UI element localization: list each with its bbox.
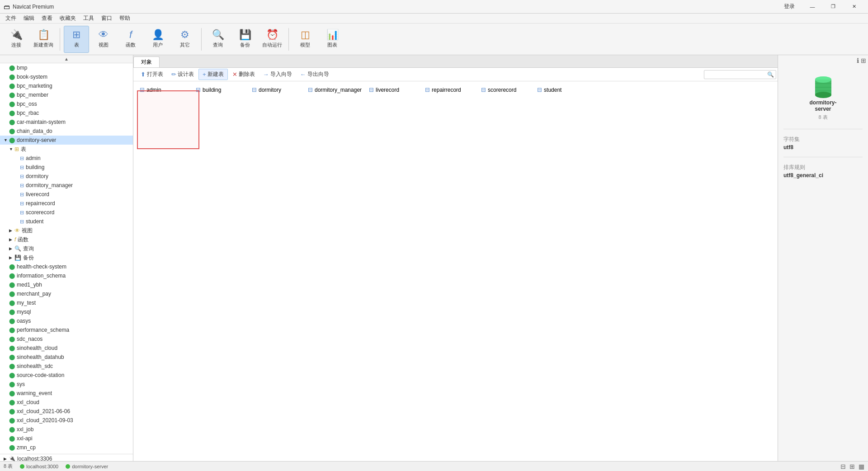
sidebar-item-oasys[interactable]: ⬤ oasys [0, 316, 133, 325]
btn-chart[interactable]: 📊 图表 [320, 26, 345, 53]
sidebar-item-chain_data_do[interactable]: ⬤ chain_data_do [0, 127, 133, 136]
info-icon[interactable]: ℹ [857, 57, 859, 64]
sidebar-item-information_schema[interactable]: ⬤ information_schema [0, 271, 133, 280]
sidebar-item-sinohealth_cloud[interactable]: ⬤ sinohealth_cloud [0, 344, 133, 353]
table-item-student[interactable]: ⊟ student [534, 85, 589, 94]
sidebar-item-funcs[interactable]: ▶ f 函数 [0, 235, 133, 244]
sidebar-item-xxl_cloud_2021[interactable]: ⬤ xxl_cloud_2021-06-06 [0, 407, 133, 416]
table-item-dormitory[interactable]: ⊟ dormitory [249, 85, 303, 94]
sidebar-item-tbl-repairrecord[interactable]: ⊟ repairrecord [0, 199, 133, 208]
minimize-btn[interactable]: — [802, 0, 823, 14]
close-btn[interactable]: ✕ [844, 0, 864, 14]
sidebar-scroll-up[interactable]: ▲ [0, 55, 133, 63]
sidebar-label-funcs: 函数 [18, 236, 28, 244]
sidebar-item-bpc_oss[interactable]: ⬤ bpc_oss [0, 99, 133, 108]
btn-connect[interactable]: 🔌 连接 [4, 26, 29, 53]
table-item-dormitory_manager[interactable]: ⊟ dormitory_manager [305, 85, 364, 94]
btn-view[interactable]: 👁 视图 [91, 26, 116, 53]
sidebar-item-tbl-admin[interactable]: ⊟ admin [0, 154, 133, 163]
btn-new-table[interactable]: + 新建表 [198, 69, 228, 80]
btn-table[interactable]: ⊞ 表 [64, 26, 89, 53]
sidebar-item-tbl-liverecord[interactable]: ⊟ liverecord [0, 190, 133, 199]
btn-export[interactable]: ← 导出向导 [297, 69, 333, 80]
menu-tools[interactable]: 工具 [80, 14, 98, 23]
sidebar-item-health-check[interactable]: ⬤ health-check-system [0, 262, 133, 271]
sidebar-item-dormitory-server[interactable]: ▼ ⬤ dormitory-server [0, 136, 133, 145]
app-icon: 🗃 [4, 3, 10, 10]
status-conn1[interactable]: localhost:3000 [20, 464, 58, 469]
backup-icon: 💾 [239, 30, 251, 40]
sidebar-label: sinohealth_sdc [17, 363, 53, 369]
btn-design-table[interactable]: ✏ 设计表 [168, 69, 198, 80]
status-conn2[interactable]: dormitory-server [66, 464, 108, 469]
sidebar-item-sdc_nacos[interactable]: ⬤ sdc_nacos [0, 334, 133, 344]
sidebar-item-performance_schema[interactable]: ⬤ performance_schema [0, 325, 133, 334]
sidebar-item-tbl-dormitory[interactable]: ⊟ dormitory [0, 172, 133, 181]
sidebar-item-bpc_rbac[interactable]: ⬤ bpc_rbac [0, 108, 133, 118]
sidebar-item-warning_event[interactable]: ⬤ warning_event [0, 389, 133, 398]
menu-help[interactable]: 帮助 [116, 14, 134, 23]
sidebar-item-localhost-3306[interactable]: ▶ 🔌 localhost:3306 [0, 454, 133, 461]
sidebar-item-tbl-building[interactable]: ⊟ building [0, 163, 133, 172]
sidebar-item-source-code-station[interactable]: ⬤ source-code-station [0, 371, 133, 380]
menu-file[interactable]: 文件 [2, 14, 20, 23]
table-icon-dormitory: ⊟ [20, 174, 24, 179]
maximize-btn[interactable]: ❐ [823, 0, 844, 14]
sidebar-item-bmp[interactable]: ⬤ bmp [0, 63, 133, 72]
search-input[interactable] [704, 70, 776, 79]
btn-delete-table[interactable]: ✕ 删除表 [229, 69, 259, 80]
sidebar-item-sys[interactable]: ⬤ sys [0, 380, 133, 389]
sidebar-item-my_test[interactable]: ⬤ my_test [0, 298, 133, 307]
status-btn-1[interactable]: ⊟ [840, 463, 846, 470]
tab-object[interactable]: 对象 [133, 57, 160, 67]
sidebar-item-book-system[interactable]: ⬤ book-system [0, 72, 133, 81]
btn-auto-run[interactable]: ⏰ 自动运行 [259, 26, 285, 53]
btn-query[interactable]: 🔍 查询 [205, 26, 231, 53]
window-controls: — ❐ ✕ [802, 0, 864, 14]
sidebar-item-bpc_marketing[interactable]: ⬤ bpc_marketing [0, 81, 133, 90]
sidebar-item-xxl_job[interactable]: ⬤ xxl_job [0, 425, 133, 434]
sidebar-item-med1_ybh[interactable]: ⬤ med1_ybh [0, 280, 133, 289]
menu-window[interactable]: 窗口 [98, 14, 116, 23]
table-item-admin[interactable]: ⊟ admin [137, 85, 191, 94]
sidebar-item-sinohealth_sdc[interactable]: ⬤ sinohealth_sdc [0, 362, 133, 371]
sidebar-item-tbl-student[interactable]: ⊟ student [0, 217, 133, 226]
sidebar-item-tbl-scorerecord[interactable]: ⊟ scorerecord [0, 208, 133, 217]
db-icon: ⬤ [9, 336, 15, 342]
sidebar-item-sinohealth_datahub[interactable]: ⬤ sinohealth_datahub [0, 353, 133, 362]
import-icon: → [263, 71, 269, 78]
sidebar-item-zmn_cp[interactable]: ⬤ zmn_cp [0, 443, 133, 452]
table-item-repairrecord[interactable]: ⊟ repairrecord [422, 85, 476, 94]
btn-other[interactable]: ⚙ 其它 [172, 26, 198, 53]
sidebar-item-bpc_member[interactable]: ⬤ bpc_member [0, 90, 133, 99]
sidebar-item-tables[interactable]: ▼ ⊞ 表 [0, 145, 133, 154]
sidebar-item-merchant_pay[interactable]: ⬤ merchant_pay [0, 289, 133, 298]
btn-model[interactable]: ◫ 模型 [292, 26, 318, 53]
table-item-building[interactable]: ⊟ building [193, 85, 247, 94]
menu-edit[interactable]: 编辑 [20, 14, 38, 23]
status-btn-2[interactable]: ⊞ [849, 463, 855, 470]
table-item-scorerecord[interactable]: ⊟ scorerecord [478, 85, 533, 94]
btn-new-query[interactable]: 📋 新建查询 [31, 26, 56, 53]
btn-open-table[interactable]: ⬆ 打开表 [137, 69, 167, 80]
sidebar-item-xxl_cloud[interactable]: ⬤ xxl_cloud [0, 398, 133, 407]
btn-user[interactable]: 👤 用户 [145, 26, 170, 53]
sidebar-label: bpc_member [17, 92, 48, 98]
btn-import[interactable]: → 导入向导 [259, 69, 296, 80]
sidebar-item-backups[interactable]: ▶ 💾 备份 [0, 253, 133, 262]
menu-favorites[interactable]: 收藏夹 [56, 14, 80, 23]
sidebar-item-car-maintain-system[interactable]: ⬤ car-maintain-system [0, 118, 133, 127]
sidebar-item-xxl-api[interactable]: ⬤ xxl-api [0, 434, 133, 443]
login-btn[interactable]: 登录 [784, 3, 795, 10]
sidebar-item-views[interactable]: ▶ 👁 视图 [0, 226, 133, 235]
btn-function[interactable]: f 函数 [118, 26, 143, 53]
sidebar-item-xxl_cloud_20201[interactable]: ⬤ xxl_cloud_20201-09-03 [0, 416, 133, 425]
btn-backup[interactable]: 💾 备份 [232, 26, 258, 53]
sidebar-item-mysql[interactable]: ⬤ mysql [0, 307, 133, 316]
view-toggle-icon[interactable]: ⊞ [861, 57, 866, 64]
sidebar-item-queries[interactable]: ▶ 🔍 查询 [0, 244, 133, 253]
status-btn-3[interactable]: ▦ [859, 463, 864, 470]
menu-view[interactable]: 查看 [38, 14, 56, 23]
table-item-liverecord[interactable]: ⊟ liverecord [366, 85, 420, 94]
sidebar-item-tbl-dormitory_manager[interactable]: ⊟ dormitory_manager [0, 181, 133, 190]
